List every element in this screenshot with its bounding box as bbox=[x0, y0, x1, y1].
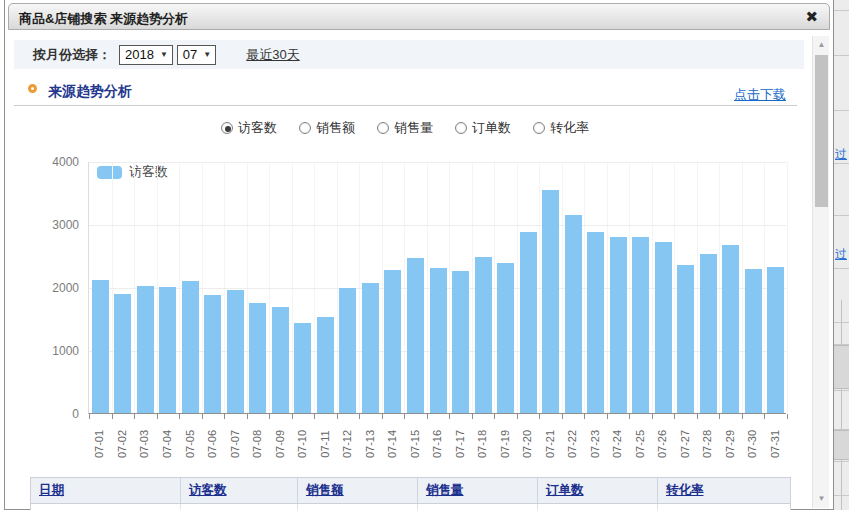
x-label-07-25: 07-25 bbox=[628, 419, 651, 469]
bar-07-31[interactable] bbox=[767, 267, 784, 413]
dialog-trend-analysis: 商品&店铺搜索 来源趋势分析 ✖ 按月份选择： 2018 ▼ 07 ▼ 最近30… bbox=[4, 0, 834, 510]
scrollbar-thumb[interactable] bbox=[815, 55, 828, 207]
y-tick-label: 1000 bbox=[5, 344, 79, 358]
table-header-row: 日期访客数销售额销售量订单数转化率 bbox=[30, 477, 791, 504]
table-cell bbox=[31, 504, 181, 510]
gridline bbox=[89, 162, 786, 163]
x-label-07-17: 07-17 bbox=[448, 419, 471, 469]
table-cell bbox=[418, 504, 538, 510]
background-table-line bbox=[834, 390, 849, 391]
dialog-title: 商品&店铺搜索 来源趋势分析 bbox=[19, 10, 188, 28]
column-header-link[interactable]: 转化率 bbox=[666, 482, 704, 499]
x-label-07-11: 07-11 bbox=[313, 419, 336, 469]
column-header-4: 订单数 bbox=[538, 478, 658, 503]
bar-07-05[interactable] bbox=[182, 281, 199, 413]
column-header-3: 销售量 bbox=[418, 478, 538, 503]
bar-07-17[interactable] bbox=[452, 271, 469, 413]
close-icon[interactable]: ✖ bbox=[805, 9, 818, 25]
x-label-07-03: 07-03 bbox=[133, 419, 156, 469]
bar-07-01[interactable] bbox=[92, 280, 109, 413]
table-cell bbox=[181, 504, 298, 510]
bar-07-21[interactable] bbox=[542, 190, 559, 413]
bar-07-28[interactable] bbox=[700, 254, 717, 413]
column-header-link[interactable]: 订单数 bbox=[546, 482, 584, 499]
x-label-07-13: 07-13 bbox=[358, 419, 381, 469]
background-link-fragment[interactable]: 过 bbox=[835, 246, 847, 263]
bar-07-02[interactable] bbox=[114, 294, 131, 413]
x-label-07-16: 07-16 bbox=[426, 419, 449, 469]
bar-07-23[interactable] bbox=[587, 232, 604, 413]
x-label-07-10: 07-10 bbox=[291, 419, 314, 469]
table-cell bbox=[298, 504, 418, 510]
column-header-link[interactable]: 访客数 bbox=[189, 482, 227, 499]
table-row bbox=[30, 504, 791, 510]
x-label-07-24: 07-24 bbox=[606, 419, 629, 469]
dialog-content: 按月份选择： 2018 ▼ 07 ▼ 最近30天 来源趋势分析 点击下载 访客数… bbox=[5, 31, 833, 509]
column-header-link[interactable]: 销售量 bbox=[426, 482, 464, 499]
bar-07-11[interactable] bbox=[317, 317, 334, 413]
bar-07-06[interactable] bbox=[204, 295, 221, 413]
x-label-07-19: 07-19 bbox=[493, 419, 516, 469]
x-label-07-29: 07-29 bbox=[718, 419, 741, 469]
bar-07-25[interactable] bbox=[632, 237, 649, 413]
bar-07-07[interactable] bbox=[227, 290, 244, 413]
column-header-link[interactable]: 日期 bbox=[39, 482, 64, 499]
dialog-titlebar[interactable]: 商品&店铺搜索 来源趋势分析 ✖ bbox=[8, 3, 830, 30]
background-table-line bbox=[834, 461, 849, 462]
x-label-07-30: 07-30 bbox=[741, 419, 764, 469]
bar-07-20[interactable] bbox=[520, 232, 537, 413]
scroll-down-icon[interactable]: ▼ bbox=[813, 492, 830, 506]
background-table-line bbox=[834, 55, 849, 56]
bar-07-04[interactable] bbox=[159, 287, 176, 413]
bar-07-12[interactable] bbox=[339, 288, 356, 413]
background-table-line bbox=[834, 268, 849, 269]
bar-07-15[interactable] bbox=[407, 258, 424, 413]
y-tick-label: 3000 bbox=[5, 218, 79, 232]
y-tick-label: 4000 bbox=[5, 155, 79, 169]
bar-07-29[interactable] bbox=[722, 245, 739, 413]
bar-07-24[interactable] bbox=[610, 237, 627, 413]
bar-07-14[interactable] bbox=[384, 270, 401, 413]
x-label-07-23: 07-23 bbox=[583, 419, 606, 469]
background-table-line bbox=[834, 344, 849, 345]
x-label-07-06: 07-06 bbox=[201, 419, 224, 469]
gridline bbox=[89, 225, 786, 226]
bar-07-19[interactable] bbox=[497, 263, 514, 413]
bar-07-30[interactable] bbox=[745, 269, 762, 413]
x-label-07-22: 07-22 bbox=[561, 419, 584, 469]
scroll-up-icon[interactable]: ▲ bbox=[813, 38, 830, 52]
bar-07-10[interactable] bbox=[294, 323, 311, 413]
y-tick-label: 2000 bbox=[5, 281, 79, 295]
x-label-07-07: 07-07 bbox=[223, 419, 246, 469]
axis-tick bbox=[787, 414, 788, 419]
column-header-link[interactable]: 销售额 bbox=[306, 482, 344, 499]
bar-07-13[interactable] bbox=[362, 283, 379, 413]
bar-07-22[interactable] bbox=[565, 215, 582, 413]
background-table-line bbox=[834, 429, 849, 430]
column-header-1: 访客数 bbox=[181, 478, 298, 503]
trend-bar-chart: 访客数 40003000200010000 07-0107-0207-0307-… bbox=[5, 31, 817, 476]
background-table-line bbox=[834, 10, 849, 11]
bar-07-09[interactable] bbox=[272, 307, 289, 413]
x-label-07-18: 07-18 bbox=[471, 419, 494, 469]
column-header-0: 日期 bbox=[31, 478, 181, 503]
bar-07-27[interactable] bbox=[677, 265, 694, 413]
table-cell bbox=[538, 504, 658, 510]
page-behind: 过 过 bbox=[834, 0, 849, 510]
bar-07-26[interactable] bbox=[655, 242, 672, 413]
bar-07-18[interactable] bbox=[475, 257, 492, 413]
background-link-fragment[interactable]: 过 bbox=[835, 146, 847, 163]
bar-07-03[interactable] bbox=[137, 286, 154, 413]
x-label-07-04: 07-04 bbox=[156, 419, 179, 469]
gridline bbox=[787, 162, 788, 413]
background-table-band bbox=[834, 345, 849, 389]
bar-07-16[interactable] bbox=[430, 268, 447, 414]
background-table-line bbox=[834, 495, 849, 496]
dialog-scrollbar[interactable]: ▲ ▼ bbox=[812, 36, 829, 508]
x-label-07-14: 07-14 bbox=[381, 419, 404, 469]
x-label-07-15: 07-15 bbox=[403, 419, 426, 469]
screen: 过 过 商品&店铺搜索 来源趋势分析 ✖ 按月份选择： 2018 ▼ 07 ▼ … bbox=[0, 0, 849, 510]
x-label-07-02: 07-02 bbox=[111, 419, 134, 469]
bar-07-08[interactable] bbox=[249, 303, 266, 413]
x-label-07-09: 07-09 bbox=[268, 419, 291, 469]
